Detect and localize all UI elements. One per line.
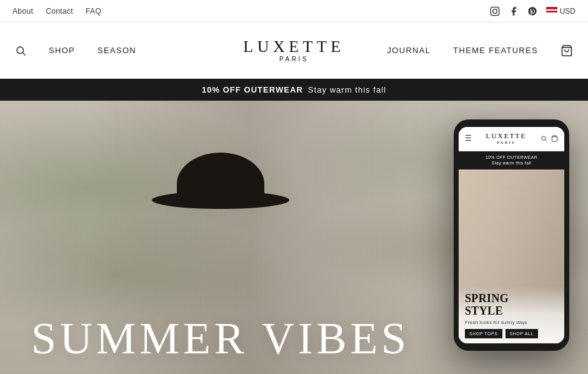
instagram-icon[interactable]	[490, 6, 500, 16]
phone-hero-sub: Fresh looks for sunny days	[465, 320, 558, 325]
nav-right: JOURNAL THEME FEATURES	[387, 44, 573, 57]
promo-banner: 10% OFF OUTERWEARStay warm this fall	[0, 79, 588, 101]
pinterest-icon[interactable]	[527, 6, 537, 16]
search-button[interactable]	[15, 45, 26, 56]
currency-selector[interactable]: USD	[546, 7, 576, 16]
utility-links: About Contact FAQ	[12, 7, 101, 16]
currency-label: USD	[560, 7, 576, 16]
phone-cta-buttons: SHOP TOPS SHOP ALL	[465, 329, 558, 338]
svg-line-7	[546, 140, 547, 142]
phone-brand: LUXETTE PARIS	[486, 132, 527, 146]
phone-shop-all-button[interactable]: SHOP ALL	[506, 329, 538, 338]
hero-headline: SUMMER VIBES	[31, 313, 410, 365]
phone-hero-title: SPRING STYLE	[465, 293, 558, 318]
brand-sub: PARIS	[243, 56, 344, 63]
svg-point-6	[542, 136, 546, 140]
promo-text: Stay warm this fall	[308, 85, 386, 94]
facebook-icon[interactable]	[509, 6, 519, 16]
svg-line-4	[22, 53, 25, 55]
contact-link[interactable]: Contact	[46, 7, 73, 16]
journal-link[interactable]: JOURNAL	[387, 46, 431, 55]
nav-left: SHOP SEASON	[15, 45, 136, 56]
phone-search-icon	[541, 135, 547, 142]
phone-hero: SPRING STYLE Fresh looks for sunny days …	[459, 169, 564, 343]
svg-point-3	[17, 47, 24, 54]
utility-bar: About Contact FAQ USD	[0, 0, 588, 23]
season-link[interactable]: SEASON	[97, 46, 136, 55]
hero-section: SUMMER VIBES ☰ LUXETTE PARIS	[0, 101, 588, 374]
theme-features-link[interactable]: THEME FEATURES	[453, 46, 538, 55]
phone-screen: ☰ LUXETTE PARIS	[459, 127, 564, 343]
promo-bold: 10% OFF OUTERWEAR	[202, 85, 303, 94]
shop-link[interactable]: SHOP	[49, 46, 75, 55]
phone-promo-line2: Stay warm this fall	[461, 160, 562, 166]
phone-promo-line1: 10% OFF OUTERWEAR	[461, 154, 562, 161]
faq-link[interactable]: FAQ	[86, 7, 101, 16]
cart-button[interactable]	[561, 44, 573, 57]
phone-nav-icons	[541, 135, 558, 142]
svg-point-1	[492, 9, 497, 13]
about-link[interactable]: About	[12, 7, 33, 16]
hero-hat	[164, 153, 277, 209]
svg-point-2	[497, 8, 497, 9]
phone-mockup: ☰ LUXETTE PARIS	[454, 119, 569, 351]
flag-icon	[546, 7, 557, 15]
brand-name: LUXETTE	[243, 38, 344, 56]
brand-logo[interactable]: LUXETTE PARIS	[243, 38, 344, 63]
svg-rect-0	[491, 7, 499, 15]
utility-right: USD	[490, 6, 576, 16]
phone-overlay: SPRING STYLE Fresh looks for sunny days …	[459, 286, 564, 343]
phone-hamburger-icon: ☰	[465, 134, 472, 143]
phone-shop-tops-button[interactable]: SHOP TOPS	[465, 329, 502, 338]
main-nav: SHOP SEASON LUXETTE PARIS JOURNAL THEME …	[0, 23, 588, 79]
phone-nav: ☰ LUXETTE PARIS	[459, 127, 564, 151]
phone-cart-icon	[551, 135, 558, 142]
phone-promo-banner: 10% OFF OUTERWEAR Stay warm this fall	[459, 151, 564, 170]
